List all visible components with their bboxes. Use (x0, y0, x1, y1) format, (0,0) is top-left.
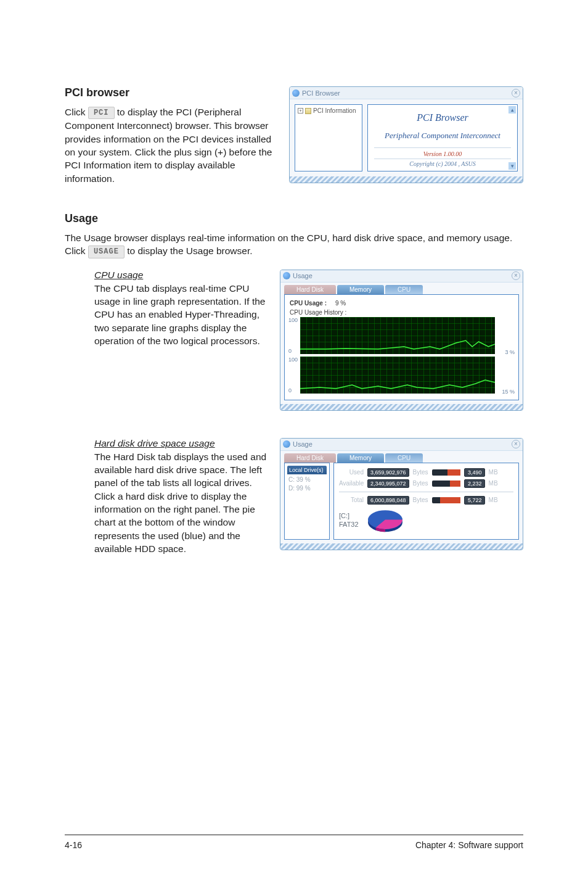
usage-intro: The Usage browser displays real-time inf… (65, 231, 523, 258)
used-label: Used (339, 469, 364, 476)
drive-details: Used 3,659,902,976 Bytes 3,490 MB Availa… (333, 463, 519, 540)
used-bytes: 3,659,902,976 (367, 468, 409, 477)
app-icon (283, 440, 290, 448)
usage-tabs: Hard Disk Memory CPU (280, 283, 523, 294)
pci-window: PCI Browser × + PCI Information ▴ PCI Br… (289, 86, 523, 183)
bytes-unit: Bytes (413, 480, 428, 487)
pci-tree[interactable]: + PCI Information (295, 104, 362, 171)
cpu-usage-text: The CPU tab displays real-time CPU usage… (94, 282, 271, 348)
scale-bottom: 0 (288, 387, 298, 394)
hdd-usage-window: Usage × Hard Disk Memory CPU Local Drive… (280, 438, 523, 550)
stat-total: Total 6,000,898,048 Bytes 5,722 MB (339, 496, 513, 505)
drive-list: Local Drive(s) C: 39 % D: 99 % (284, 463, 330, 540)
used-bar (432, 469, 460, 476)
tree-expand-icon[interactable]: + (298, 108, 303, 113)
scroll-up-icon[interactable]: ▴ (508, 106, 516, 113)
hdd-window-title: Usage (293, 440, 312, 448)
used-mb: 3,490 (464, 468, 485, 477)
bytes-unit: Bytes (413, 497, 428, 503)
usage-tabs: Hard Disk Memory CPU (280, 451, 523, 463)
drive-list-header: Local Drive(s) (287, 466, 327, 474)
avail-bar (432, 481, 460, 487)
page-number: 4-16 (65, 840, 82, 850)
pie-label: [C:] FAT32 (339, 512, 359, 528)
avail-bytes: 2,340,995,072 (367, 479, 409, 488)
tab-memory[interactable]: Memory (337, 285, 384, 294)
mb-unit: MB (489, 497, 498, 503)
cpu-window-titlebar: Usage × (280, 270, 523, 283)
bytes-unit: Bytes (413, 469, 428, 476)
scale-bottom: 0 (288, 348, 298, 354)
cpu-graph-2 (300, 357, 495, 394)
pie-filesystem: FAT32 (339, 521, 359, 528)
usage-inline-button[interactable]: USAGE (88, 245, 125, 258)
pci-panel-heading: PCI Browser (372, 112, 513, 123)
hdd-window-titlebar: Usage × (280, 439, 523, 451)
pci-info-panel: ▴ PCI Browser Peripheral Component Inter… (367, 104, 518, 171)
cpu-graph-1 (300, 317, 495, 354)
cpu-usage-heading: CPU usage (94, 270, 271, 281)
cpu-graph-2-pct: 15 % (497, 357, 515, 396)
folder-icon (305, 108, 311, 114)
scale-top: 100 (288, 317, 298, 323)
tab-hard-disk[interactable]: Hard Disk (284, 453, 336, 463)
pci-window-title: PCI Browser (302, 89, 340, 97)
pci-inline-button[interactable]: PCI (88, 107, 115, 120)
total-label: Total (339, 497, 364, 503)
cpu-graph-1-pct: 3 % (497, 317, 515, 357)
window-resize-grip[interactable] (290, 176, 523, 183)
drive-d[interactable]: D: 99 % (287, 484, 327, 493)
cpu-usage-window: Usage × Hard Disk Memory CPU CPU Usage :… (280, 270, 523, 411)
pie-drive: [C:] (339, 512, 349, 519)
cpu-usage-panel: CPU Usage : 9 % CPU Usage History : 100 … (284, 294, 519, 400)
window-resize-grip[interactable] (280, 404, 523, 410)
cpu-history-label: CPU Usage History : (290, 309, 513, 316)
chapter-label: Chapter 4: Software support (415, 840, 523, 850)
drive-c[interactable]: C: 39 % (287, 476, 327, 484)
total-mb: 5,722 (464, 496, 485, 505)
pci-tree-item[interactable]: PCI Information (313, 107, 356, 114)
close-icon[interactable]: × (512, 440, 520, 448)
scale-top: 100 (288, 357, 298, 363)
tab-hard-disk[interactable]: Hard Disk (284, 285, 336, 294)
pci-copyright: Copyright (c) 2004 , ASUS (374, 159, 511, 167)
mb-unit: MB (489, 480, 498, 487)
usage-section-title: Usage (65, 212, 523, 225)
total-bytes: 6,000,898,048 (367, 496, 409, 505)
hdd-usage-heading: Hard disk drive space usage (94, 438, 271, 449)
app-icon (283, 272, 290, 279)
pie-chart (364, 507, 407, 534)
window-resize-grip[interactable] (280, 543, 523, 550)
avail-label: Available (339, 480, 364, 487)
avail-mb: 2,232 (464, 479, 485, 488)
page-footer: 4-16 Chapter 4: Software support (65, 835, 523, 850)
stat-avail: Available 2,340,995,072 Bytes 2,232 MB (339, 479, 513, 488)
app-icon (292, 89, 300, 97)
divider (339, 492, 513, 492)
cpu-window-title: Usage (293, 272, 312, 279)
total-bar (432, 497, 460, 503)
cpu-usage-value: 9 % (335, 300, 346, 307)
scroll-down-icon[interactable]: ▾ (508, 162, 516, 170)
pci-panel-subheading: Peripheral Component Interconnect (372, 131, 513, 141)
tab-cpu[interactable]: CPU (385, 453, 423, 463)
tab-cpu[interactable]: CPU (385, 285, 423, 294)
pci-click-prefix: Click (65, 107, 88, 117)
pci-paragraph: Click PCI to display the PCI (Peripheral… (65, 105, 280, 185)
usage-intro-suffix: to display the Usage browser. (127, 245, 252, 256)
close-icon[interactable]: × (512, 271, 520, 280)
pci-version: Version 1.00.00 (374, 147, 511, 157)
pci-window-titlebar: PCI Browser × (290, 87, 523, 99)
pci-section-title: PCI browser (65, 86, 280, 99)
tab-memory[interactable]: Memory (337, 453, 384, 463)
close-icon[interactable]: × (512, 89, 520, 97)
cpu-usage-label: CPU Usage : (290, 300, 327, 307)
cpu-scale-1: 100 0 (288, 317, 298, 354)
hdd-usage-text: The Hard Disk tab displays the used and … (94, 450, 271, 556)
mb-unit: MB (489, 469, 498, 476)
cpu-scale-2: 100 0 (288, 357, 298, 394)
stat-used: Used 3,659,902,976 Bytes 3,490 MB (339, 468, 513, 477)
